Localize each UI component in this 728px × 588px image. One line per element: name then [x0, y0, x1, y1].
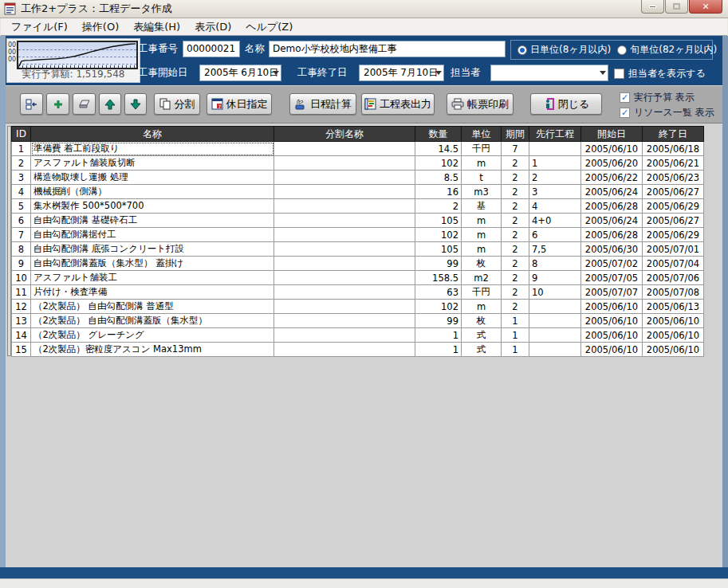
cell-period[interactable]: 7 — [502, 142, 529, 156]
cell-qty[interactable]: 63 — [415, 285, 462, 300]
cell-pred[interactable]: 4+0 — [529, 214, 581, 228]
cell-qty[interactable]: 102 — [415, 300, 462, 314]
cell-end[interactable]: 2005/06/29 — [643, 199, 704, 214]
cell-period[interactable]: 2 — [502, 271, 529, 285]
split-button[interactable]: 分割 — [154, 93, 200, 115]
table-row[interactable]: 2アスファルト舗装版切断102m212005/06/202005/06/21 — [12, 156, 704, 171]
cell-period[interactable]: 2 — [502, 285, 529, 300]
cell-period[interactable]: 2 — [502, 257, 529, 271]
cell-start[interactable]: 2005/06/24 — [581, 214, 643, 228]
cell-name[interactable]: （2次製品） 自由勾配側溝蓋版（集水型） — [31, 314, 274, 328]
cell-name[interactable]: 構造物取壊し運搬 処理 — [31, 171, 274, 185]
minimize-button[interactable] — [641, 0, 664, 14]
cell-start[interactable]: 2005/06/20 — [581, 156, 643, 171]
cell-name[interactable]: 自由勾配側溝 底張コンクリート打設 — [31, 242, 274, 257]
cell-start[interactable]: 2005/07/02 — [581, 257, 643, 271]
cell-end[interactable]: 2005/06/21 — [643, 156, 704, 171]
column-header[interactable]: 分割名称 — [274, 127, 415, 142]
titlebar[interactable]: 工作2+プラス：工程データ作成 ✕ — [0, 0, 728, 18]
cell-split[interactable] — [274, 156, 415, 171]
cell-unit[interactable]: m — [462, 214, 502, 228]
cell-name[interactable]: （2次製品） グレーチング — [31, 328, 274, 343]
column-header[interactable]: 開始日 — [581, 127, 643, 142]
move-down-button[interactable] — [124, 93, 147, 115]
cell-name[interactable]: アスファルト舗装版切断 — [31, 156, 274, 171]
cell-end[interactable]: 2005/06/18 — [643, 142, 704, 156]
cell-unit[interactable]: 千円 — [462, 142, 502, 156]
cell-id[interactable]: 1 — [12, 142, 31, 156]
cell-qty[interactable]: 99 — [415, 257, 462, 271]
radio-tenday-unit[interactable]: 旬単位(82ヶ月以内) — [617, 43, 717, 57]
cell-id[interactable]: 3 — [12, 171, 31, 185]
cell-id[interactable]: 2 — [12, 156, 31, 171]
cell-start[interactable]: 2005/06/22 — [581, 171, 643, 185]
cell-id[interactable]: 4 — [12, 185, 31, 199]
radio-day-unit[interactable]: 日単位(8ヶ月以内) — [517, 43, 611, 57]
cell-pred[interactable] — [529, 300, 581, 314]
cell-unit[interactable]: m3 — [462, 185, 502, 199]
table-row[interactable]: 6自由勾配側溝 基礎砕石工105m24+02005/06/242005/06/2… — [12, 214, 704, 228]
table-row[interactable]: 1準備費 着工前段取り14.5千円72005/06/102005/06/18 — [12, 142, 704, 156]
cell-split[interactable] — [274, 228, 415, 242]
cell-split[interactable] — [274, 214, 415, 228]
table-row[interactable]: 14（2次製品） グレーチング1式12005/06/102005/06/10 — [12, 328, 704, 343]
cell-period[interactable]: 2 — [502, 171, 529, 185]
cell-start[interactable]: 2005/06/10 — [581, 343, 643, 357]
cell-unit[interactable]: 枚 — [462, 314, 502, 328]
cell-period[interactable]: 2 — [502, 242, 529, 257]
cell-id[interactable]: 14 — [12, 328, 31, 343]
cell-split[interactable] — [274, 199, 415, 214]
cell-start[interactable]: 2005/06/10 — [581, 314, 643, 328]
column-header[interactable]: 単位 — [462, 127, 502, 142]
cell-pred[interactable] — [529, 328, 581, 343]
cell-end[interactable]: 2005/06/27 — [643, 214, 704, 228]
cell-name[interactable]: 自由勾配側溝蓋版（集水型） 蓋掛け — [31, 257, 274, 271]
cell-pred[interactable]: 7,5 — [529, 242, 581, 257]
cell-start[interactable]: 2005/06/28 — [581, 228, 643, 242]
cell-pred[interactable]: 3 — [529, 185, 581, 199]
close-form-button[interactable]: 閉じる — [530, 93, 602, 115]
print-button[interactable]: 帳票印刷 — [447, 93, 514, 115]
cell-period[interactable]: 2 — [502, 185, 529, 199]
cell-split[interactable] — [274, 300, 415, 314]
cell-id[interactable]: 10 — [12, 271, 31, 285]
cell-split[interactable] — [274, 343, 415, 357]
cell-name[interactable]: 自由勾配側溝 基礎砕石工 — [31, 214, 274, 228]
cell-id[interactable]: 7 — [12, 228, 31, 242]
cell-pred[interactable] — [529, 142, 581, 156]
show-resource-checkbox[interactable]: ✓ リソース一覧 表示 — [620, 106, 714, 120]
cell-name[interactable]: 自由勾配側溝据付工 — [31, 228, 274, 242]
cell-id[interactable]: 11 — [12, 285, 31, 300]
table-row[interactable]: 11片付け・検査準備63千円2102005/07/072005/07/08 — [12, 285, 704, 300]
start-date-combo[interactable]: 2005年 6月10日 — [199, 65, 281, 81]
cell-pred[interactable]: 1 — [529, 156, 581, 171]
cell-unit[interactable]: t — [462, 171, 502, 185]
table-row[interactable]: 7自由勾配側溝据付工102m262005/06/282005/06/29 — [12, 228, 704, 242]
column-header[interactable]: ID — [12, 127, 31, 142]
cell-unit[interactable]: m — [462, 242, 502, 257]
table-row[interactable]: 8自由勾配側溝 底張コンクリート打設105m27,52005/06/302005… — [12, 242, 704, 257]
menu-help[interactable]: ヘルプ(Z) — [238, 18, 300, 36]
cell-name[interactable]: 機械掘削（側溝） — [31, 185, 274, 199]
insert-row-button[interactable] — [20, 93, 43, 115]
erase-button[interactable] — [73, 93, 96, 115]
cell-end[interactable]: 2005/06/29 — [643, 228, 704, 242]
table-row[interactable]: 9自由勾配側溝蓋版（集水型） 蓋掛け99枚282005/07/022005/07… — [12, 257, 704, 271]
cell-pred[interactable]: 9 — [529, 271, 581, 285]
schedule-calc-button[interactable]: 日程計算 — [289, 93, 356, 115]
cell-start[interactable]: 2005/06/10 — [581, 328, 643, 343]
maximize-button[interactable] — [665, 0, 688, 14]
gantt-output-button[interactable]: 工程表出力 — [361, 93, 435, 115]
cell-qty[interactable]: 2 — [415, 199, 462, 214]
cell-split[interactable] — [274, 142, 415, 156]
project-number-field[interactable]: 00000021 — [183, 41, 240, 57]
cell-qty[interactable]: 102 — [415, 228, 462, 242]
cell-qty[interactable]: 8.5 — [415, 171, 462, 185]
cell-end[interactable]: 2005/07/01 — [643, 242, 704, 257]
cell-start[interactable]: 2005/06/30 — [581, 242, 643, 257]
table-row[interactable]: 4機械掘削（側溝）16m3232005/06/242005/06/27 — [12, 185, 704, 199]
cell-pred[interactable]: 8 — [529, 257, 581, 271]
cell-period[interactable]: 2 — [502, 300, 529, 314]
cell-qty[interactable]: 105 — [415, 214, 462, 228]
holiday-button[interactable]: 7 休日指定 — [207, 93, 272, 115]
